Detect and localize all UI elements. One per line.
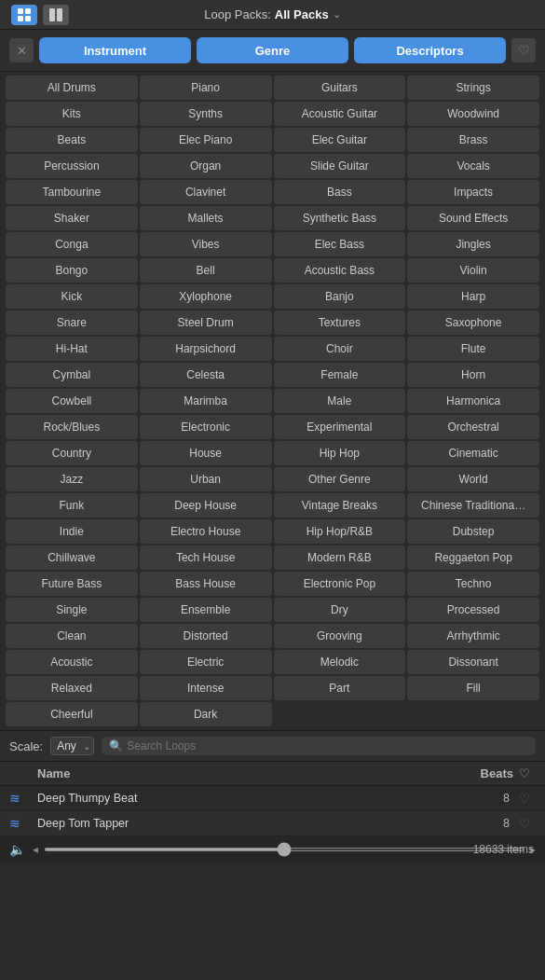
grid-item[interactable]: Percussion	[6, 154, 138, 178]
grid-item[interactable]: Textures	[274, 311, 406, 335]
grid-item[interactable]: Cinematic	[407, 441, 539, 465]
grid-item[interactable]: Steel Drum	[140, 311, 272, 335]
tab-genre[interactable]: Genre	[197, 37, 348, 63]
grid-item[interactable]: Conga	[6, 232, 138, 256]
list-view-button[interactable]	[43, 5, 69, 25]
grid-item[interactable]: Cheerful	[6, 702, 138, 726]
grid-item[interactable]: Mallets	[140, 206, 272, 230]
grid-item[interactable]: Electronic	[140, 415, 272, 439]
grid-item[interactable]: World	[407, 467, 539, 491]
grid-item[interactable]: Clavinet	[140, 180, 272, 204]
grid-item[interactable]: Urban	[140, 467, 272, 491]
grid-item[interactable]: Bass House	[140, 572, 272, 596]
row-heart-icon[interactable]: ♡	[513, 792, 536, 806]
grid-item[interactable]: Grooving	[274, 624, 406, 648]
grid-item[interactable]: Jingles	[407, 232, 539, 256]
grid-item[interactable]: Future Bass	[6, 572, 138, 596]
grid-item[interactable]: Choir	[274, 337, 406, 361]
grid-item[interactable]: Funk	[6, 493, 138, 518]
grid-item[interactable]: Cymbal	[6, 363, 138, 387]
tab-descriptors[interactable]: Descriptors	[354, 37, 506, 63]
tab-instrument[interactable]: Instrument	[39, 37, 191, 63]
grid-item[interactable]: Xylophone	[140, 284, 272, 309]
grid-item[interactable]: Male	[274, 389, 406, 413]
grid-item[interactable]: Deep House	[140, 493, 272, 518]
grid-item[interactable]: Kick	[6, 284, 138, 309]
grid-item[interactable]: House	[140, 441, 272, 465]
grid-item[interactable]: Vibes	[140, 232, 272, 256]
grid-item[interactable]: Kits	[6, 102, 138, 126]
grid-item[interactable]: Relaxed	[6, 676, 138, 700]
grid-item[interactable]: Fill	[407, 676, 539, 700]
grid-item[interactable]: Acoustic Guitar	[274, 102, 406, 126]
grid-item[interactable]: Chinese Traditiona…	[407, 493, 539, 518]
grid-item[interactable]: Harpsichord	[140, 337, 272, 361]
grid-item[interactable]: Orchestral	[407, 415, 539, 439]
grid-item[interactable]: Rock/Blues	[6, 415, 138, 439]
grid-item[interactable]: Elec Bass	[274, 232, 406, 256]
grid-item[interactable]: Processed	[407, 598, 539, 622]
grid-item[interactable]: Acoustic Bass	[274, 258, 406, 283]
grid-item[interactable]: Other Genre	[274, 467, 406, 491]
grid-item[interactable]: Guitars	[274, 76, 406, 100]
grid-item[interactable]: Tech House	[140, 545, 272, 570]
grid-item[interactable]: Bongo	[6, 258, 138, 283]
grid-item[interactable]: Woodwind	[407, 102, 539, 126]
grid-item[interactable]: Experimental	[274, 415, 406, 439]
grid-item[interactable]: Tambourine	[6, 180, 138, 204]
grid-item[interactable]: Synthetic Bass	[274, 206, 406, 230]
grid-item[interactable]: Modern R&B	[274, 545, 406, 570]
grid-item[interactable]: Jazz	[6, 467, 138, 491]
grid-item[interactable]: Acoustic	[6, 650, 138, 674]
grid-item[interactable]: Harp	[407, 284, 539, 309]
grid-item[interactable]: Clean	[6, 624, 138, 648]
grid-item[interactable]: Dubstep	[407, 519, 539, 544]
grid-item[interactable]: Hip Hop/R&B	[274, 519, 406, 544]
grid-item[interactable]: Flute	[407, 337, 539, 361]
favorites-button[interactable]: ♡	[511, 38, 536, 62]
grid-item[interactable]: Celesta	[140, 363, 272, 387]
grid-item[interactable]: Impacts	[407, 180, 539, 204]
grid-item[interactable]: All Drums	[6, 76, 138, 100]
table-row[interactable]: ≋ Deep Thumpy Beat 8 ♡	[0, 786, 545, 811]
grid-item[interactable]: Beats	[6, 128, 138, 152]
table-row[interactable]: ≋ Deep Tom Tapper 8 ♡	[0, 811, 545, 836]
grid-item[interactable]: Organ	[140, 154, 272, 178]
grid-item[interactable]: Hip Hop	[274, 441, 406, 465]
volume-slider[interactable]	[44, 848, 525, 851]
grid-item[interactable]: Saxophone	[407, 311, 539, 335]
grid-item[interactable]: Hi-Hat	[6, 337, 138, 361]
grid-item[interactable]: Vocals	[407, 154, 539, 178]
grid-item[interactable]: Piano	[140, 76, 272, 100]
grid-item[interactable]: Chillwave	[6, 545, 138, 570]
grid-item[interactable]: Harmonica	[407, 389, 539, 413]
row-heart-icon[interactable]: ♡	[513, 817, 536, 831]
grid-item[interactable]: Marimba	[140, 389, 272, 413]
grid-item[interactable]: Arrhythmic	[407, 624, 539, 648]
volume-mute-icon[interactable]: 🔈	[9, 842, 25, 857]
grid-item[interactable]: Reggaeton Pop	[407, 545, 539, 570]
grid-item[interactable]: Cowbell	[6, 389, 138, 413]
grid-item[interactable]: Strings	[407, 76, 539, 100]
grid-item[interactable]: Electronic Pop	[274, 572, 406, 596]
grid-item[interactable]: Dissonant	[407, 650, 539, 674]
grid-item[interactable]: Dark	[140, 702, 272, 726]
grid-item[interactable]: Horn	[407, 363, 539, 387]
grid-item[interactable]: Electric	[140, 650, 272, 674]
grid-item[interactable]: Melodic	[274, 650, 406, 674]
grid-view-button[interactable]	[11, 5, 37, 25]
grid-item[interactable]: Shaker	[6, 206, 138, 230]
grid-item[interactable]: Ensemble	[140, 598, 272, 622]
grid-item[interactable]: Vintage Breaks	[274, 493, 406, 518]
scale-select[interactable]: Any	[50, 737, 94, 755]
grid-item[interactable]: Distorted	[140, 624, 272, 648]
grid-item[interactable]: Slide Guitar	[274, 154, 406, 178]
grid-item[interactable]: Violin	[407, 258, 539, 283]
search-input[interactable]	[127, 739, 528, 752]
grid-item[interactable]: Electro House	[140, 519, 272, 544]
grid-item[interactable]: Dry	[274, 598, 406, 622]
grid-item[interactable]: Techno	[407, 572, 539, 596]
grid-item[interactable]: Indie	[6, 519, 138, 544]
grid-item[interactable]: Bell	[140, 258, 272, 283]
grid-item[interactable]: Single	[6, 598, 138, 622]
